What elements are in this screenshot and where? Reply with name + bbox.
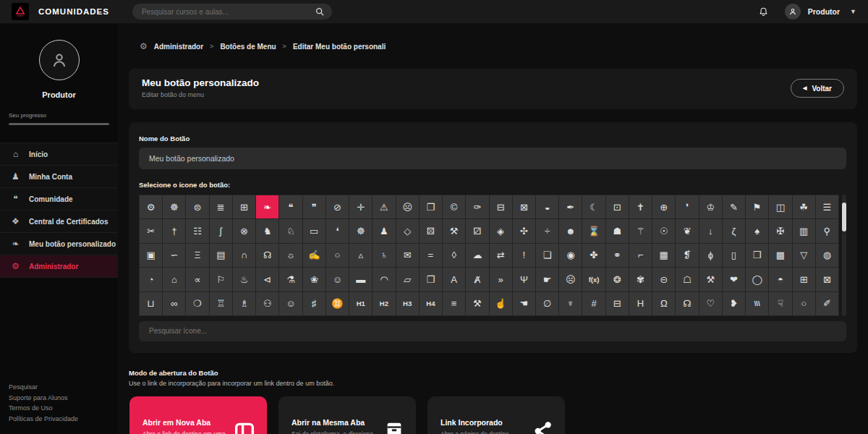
icon-people-group[interactable]: ♊ <box>326 292 349 315</box>
search-icon[interactable] <box>315 7 325 17</box>
icon-search-input[interactable] <box>139 321 846 341</box>
icon-wine-glass[interactable]: Ψ <box>513 268 535 291</box>
profile-avatar[interactable] <box>39 40 80 80</box>
icon-cross[interactable]: ✝ <box>629 195 652 218</box>
icon-deer[interactable]: ♞ <box>256 219 278 242</box>
icon-dagger[interactable]: † <box>163 219 185 242</box>
icon-eraser[interactable]: ◊ <box>443 244 465 267</box>
icon-feather[interactable]: ❡ <box>676 244 698 267</box>
icon-fire-flame[interactable]: ♨ <box>233 268 255 291</box>
icon-dolly[interactable]: ⚚ <box>629 219 652 242</box>
icon-hashtag[interactable]: # <box>582 292 605 315</box>
breadcrumb-item[interactable]: Botões de Menu <box>220 43 276 51</box>
icon-equals[interactable]: = <box>420 244 442 267</box>
sidebar-item-comments[interactable]: ❝ Comunidade <box>0 188 118 210</box>
footer-link[interactable]: Políticas de Privacidade <box>9 414 78 425</box>
icon-gamepad[interactable]: ⊝ <box>652 268 675 291</box>
scrollbar-thumb[interactable] <box>842 203 846 231</box>
icon-hand-dots[interactable]: ☝ <box>490 292 512 315</box>
icon-grid-scrollbar[interactable] <box>842 195 846 316</box>
icon-exchange[interactable]: ⇄ <box>490 244 512 267</box>
icon-glasses[interactable]: ∞ <box>163 292 185 315</box>
open-mode-card-box-archive[interactable]: Abrir na Mesma Aba Sai da plataforma, e … <box>278 396 416 434</box>
icon-fax[interactable]: ▦ <box>652 244 675 267</box>
icon-garage[interactable]: ☖ <box>676 268 698 291</box>
icon-caravan[interactable]: ⊠ <box>513 195 535 218</box>
icon-whip[interactable]: ∫ <box>210 219 232 242</box>
icon-hourglass[interactable]: ⌛ <box>582 219 605 242</box>
icon-gavel[interactable]: ⚒ <box>699 268 722 291</box>
icon-hand-holding[interactable]: ☚ <box>513 292 535 315</box>
icon-donkey[interactable]: ♘ <box>279 219 302 242</box>
icon-dog[interactable]: ☗ <box>606 219 629 242</box>
icon-binoculars[interactable]: ⚭ <box>606 244 629 267</box>
icon-shapes[interactable]: ☘ <box>793 195 815 218</box>
button-name-input[interactable] <box>139 148 846 169</box>
icon-face-flushed[interactable]: ☺ <box>326 268 349 291</box>
icon-compress[interactable]: ✛ <box>349 195 372 218</box>
icon-cake[interactable]: ☰ <box>816 195 838 218</box>
icon-sunset[interactable]: ◠ <box>373 268 395 291</box>
icon-gift[interactable]: ⊞ <box>793 268 815 291</box>
icon-file[interactable]: ▯ <box>723 244 745 267</box>
icon-clover[interactable]: ✣ <box>513 219 535 242</box>
icon-gem[interactable]: ❤ <box>723 268 745 291</box>
icon-croissant[interactable]: ☾ <box>582 195 605 218</box>
icon-copyright[interactable]: © <box>443 195 465 218</box>
user-avatar[interactable] <box>785 4 801 20</box>
icon-speaker[interactable]: ▣ <box>140 244 162 267</box>
icon-gears[interactable]: ☸ <box>163 195 185 218</box>
icon-mountain-sign[interactable]: ⚠ <box>373 195 395 218</box>
footer-link[interactable]: Pesquisar <box>9 382 78 393</box>
icon-drone[interactable]: ✠ <box>769 219 791 242</box>
global-search-input[interactable] <box>132 4 332 20</box>
icon-filter[interactable]: ▽ <box>793 244 815 267</box>
icon-pinwheel[interactable]: ✾ <box>629 268 652 291</box>
icon-function[interactable]: f(x) <box>582 268 605 291</box>
icon-compass[interactable]: ⊘ <box>326 195 349 218</box>
icon-film-reel[interactable]: ❂ <box>606 268 629 291</box>
icon-crossed-flags[interactable]: ⚑ <box>746 195 768 218</box>
icon-font-slash[interactable]: Ⱥ <box>466 268 488 291</box>
icon-hard-drive[interactable]: ⊟ <box>606 292 629 315</box>
icon-bell[interactable]: ◒ <box>536 195 558 218</box>
icon-gopuram[interactable]: ♖ <box>210 292 232 315</box>
sidebar-item-user[interactable]: ♟ Minha Conta <box>0 166 118 188</box>
icon-glass[interactable]: ⊔ <box>140 292 162 315</box>
breadcrumb-item[interactable]: Administrador <box>154 43 203 51</box>
icon-cube[interactable]: ◫ <box>769 195 791 218</box>
icon-hand-sparkles[interactable]: ☟ <box>769 292 791 315</box>
icon-forward[interactable]: » <box>490 268 512 291</box>
icon-h4[interactable]: H4 <box>420 292 442 315</box>
icon-copy[interactable]: ❐ <box>420 195 442 218</box>
icon-dollar-slash[interactable]: ⊗ <box>233 219 255 242</box>
icon-divide[interactable]: ÷ <box>536 219 558 242</box>
icon-folders[interactable]: ❐ <box>420 268 442 291</box>
icon-fan[interactable]: ✤ <box>582 244 605 267</box>
icon-helm[interactable]: ☸ <box>349 219 372 242</box>
icon-dice[interactable]: ⚄ <box>420 219 442 242</box>
icon-gear[interactable]: ⚙ <box>140 195 162 218</box>
icon-envelope[interactable]: ✉ <box>396 244 419 267</box>
breadcrumb-item[interactable]: Editar Meu botão personali <box>293 43 386 51</box>
footer-link[interactable]: Suporte para Alunos <box>9 393 78 404</box>
icon-cloud[interactable]: ☁ <box>466 244 488 267</box>
icon-h3[interactable]: H3 <box>396 292 419 315</box>
icon-database[interactable]: ☷ <box>186 219 208 242</box>
icon-dollar-sign[interactable]: ☉ <box>652 219 675 242</box>
icon-syringe[interactable]: ɸ <box>699 244 722 267</box>
icon-drum[interactable]: ▥ <box>793 219 815 242</box>
icon-speed-lines[interactable]: \\\ <box>746 292 768 315</box>
icon-hamburger[interactable]: ≡ <box>443 292 465 315</box>
notifications-bell-icon[interactable] <box>758 7 769 17</box>
icon-pen-clip[interactable]: ✒ <box>559 195 582 218</box>
sidebar-item-certificate[interactable]: ❖ Central de Certificados <box>0 210 118 233</box>
icon-h1[interactable]: H1 <box>349 292 372 315</box>
icon-diamond-turn-right[interactable]: ◈ <box>490 219 512 242</box>
open-mode-card-window[interactable]: Abrir em Nova Aba Abre o link de destino… <box>129 396 267 434</box>
icon-leaf[interactable]: ❧ <box>256 195 278 218</box>
icon-wing[interactable]: ✑ <box>466 195 488 218</box>
icon-coin[interactable]: ⊜ <box>186 195 208 218</box>
icon-globe[interactable]: ❍ <box>186 292 208 315</box>
brand-logo-icon[interactable] <box>12 3 29 20</box>
